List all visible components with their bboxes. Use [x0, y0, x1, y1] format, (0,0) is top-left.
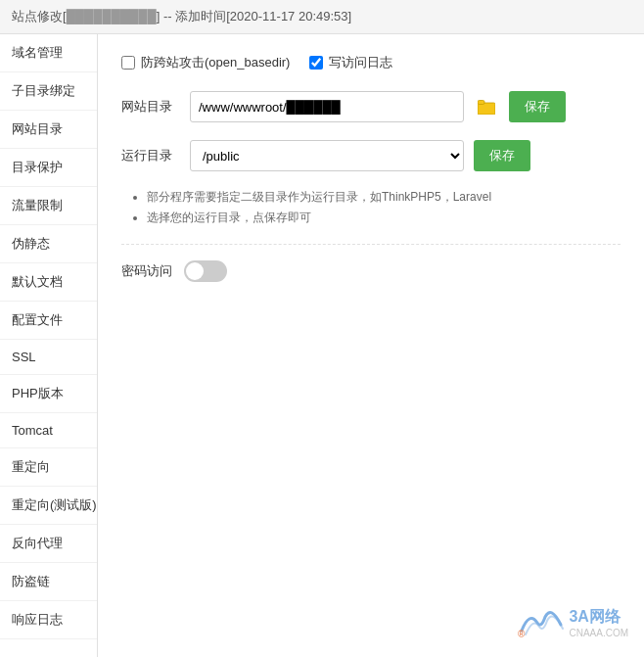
sidebar-item-webdir[interactable]: 网站目录 — [0, 111, 97, 149]
write-log-option[interactable]: 写访问日志 — [309, 54, 392, 71]
sidebar-item-pseudostatic[interactable]: 伪静态 — [0, 225, 97, 263]
website-dir-input[interactable] — [190, 91, 464, 122]
folder-browse-button[interactable] — [474, 95, 499, 118]
sidebar-item-hotlink[interactable]: 防盗链 — [0, 563, 97, 601]
header-domain: ██████████ — [67, 9, 157, 23]
write-log-checkbox[interactable] — [309, 56, 323, 70]
anti-hijack-checkbox[interactable] — [121, 56, 135, 70]
sidebar-item-phpversion[interactable]: PHP版本 — [0, 375, 97, 413]
hints-list: 部分程序需要指定二级目录作为运行目录，如ThinkPHP5，Laravel 选择… — [121, 189, 621, 226]
run-dir-select[interactable]: /public / /src — [190, 140, 464, 171]
sidebar-item-ssl[interactable]: SSL — [0, 340, 97, 375]
svg-rect-1 — [478, 101, 484, 105]
watermark-logo-svg: ® — [518, 603, 565, 641]
password-row: 密码访问 — [121, 260, 621, 282]
password-label: 密码访问 — [121, 262, 172, 280]
run-dir-label: 运行目录 — [121, 147, 180, 164]
hint-1: 部分程序需要指定二级目录作为运行目录，如ThinkPHP5，Laravel — [147, 189, 621, 206]
sidebar-item-subdir[interactable]: 子目录绑定 — [0, 72, 97, 111]
sidebar-item-redirect-test[interactable]: 重定向(测试版) — [0, 487, 97, 525]
watermark-domain: CNAAA.COM — [569, 628, 628, 638]
sidebar-item-tomcat[interactable]: Tomcat — [0, 413, 97, 448]
section-divider — [121, 244, 621, 245]
options-row: 防跨站攻击(open_basedir) 写访问日志 — [121, 54, 621, 71]
watermark: ® 3A网络 CNAAA.COM — [518, 603, 628, 641]
sidebar-item-redirect[interactable]: 重定向 — [0, 448, 97, 487]
watermark-brand: 3A网络 — [569, 607, 628, 628]
sidebar-item-access-log[interactable]: 响应日志 — [0, 601, 97, 639]
watermark-text-block: 3A网络 CNAAA.COM — [569, 607, 628, 638]
svg-text:®: ® — [518, 629, 526, 638]
website-dir-label: 网站目录 — [121, 98, 180, 116]
website-dir-save-button[interactable]: 保存 — [509, 91, 566, 122]
run-dir-row: 运行目录 /public / /src 保存 — [121, 140, 621, 171]
toggle-slider — [184, 260, 227, 282]
sidebar-item-defaultdoc[interactable]: 默认文档 — [0, 263, 97, 302]
main-content: 防跨站攻击(open_basedir) 写访问日志 网站目录 保存 运行目录 — [98, 34, 644, 657]
sidebar-item-domain[interactable]: 域名管理 — [0, 34, 97, 72]
header-text: 站点修改[ — [12, 9, 67, 23]
page-header: 站点修改[██████████] -- 添加时间[2020-11-17 20:4… — [0, 0, 644, 34]
sidebar-item-traffic[interactable]: 流量限制 — [0, 187, 97, 225]
anti-hijack-option[interactable]: 防跨站攻击(open_basedir) — [121, 54, 290, 71]
password-toggle[interactable] — [184, 260, 227, 282]
main-layout: 域名管理 子目录绑定 网站目录 目录保护 流量限制 伪静态 默认文档 配置文件 … — [0, 34, 644, 657]
hint-2: 选择您的运行目录，点保存即可 — [147, 210, 621, 226]
sidebar-item-reverse-proxy[interactable]: 反向代理 — [0, 525, 97, 563]
write-log-label: 写访问日志 — [329, 54, 392, 71]
sidebar-item-configfile[interactable]: 配置文件 — [0, 302, 97, 340]
header-suffix: ] -- 添加时间[2020-11-17 20:49:53] — [157, 9, 351, 23]
sidebar: 域名管理 子目录绑定 网站目录 目录保护 流量限制 伪静态 默认文档 配置文件 … — [0, 34, 98, 657]
anti-hijack-label: 防跨站攻击(open_basedir) — [141, 54, 290, 71]
run-dir-save-button[interactable]: 保存 — [474, 140, 530, 171]
sidebar-item-dirprotect[interactable]: 目录保护 — [0, 149, 97, 187]
website-dir-row: 网站目录 保存 — [121, 91, 621, 122]
